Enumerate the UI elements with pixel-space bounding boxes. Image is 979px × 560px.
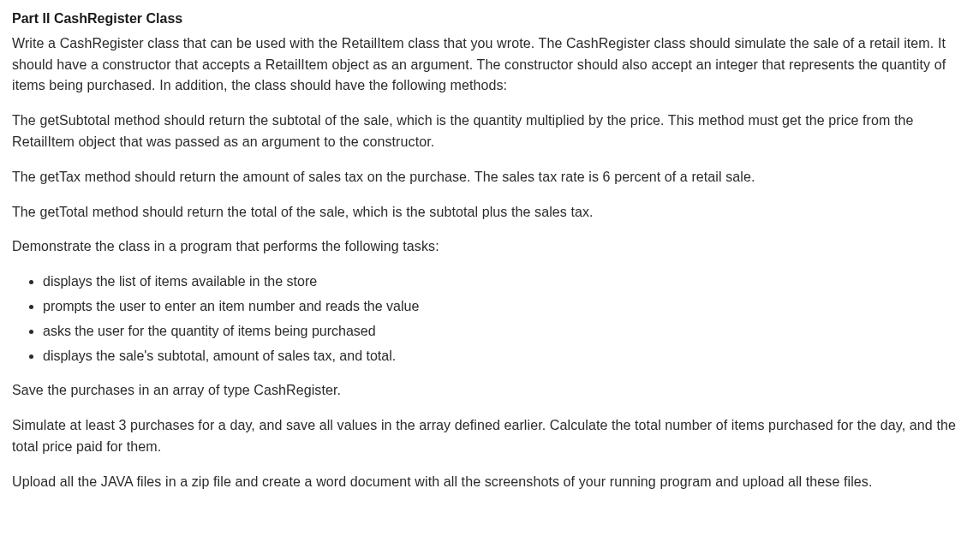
paragraph-gettotal: The getTotal method should return the to…: [12, 202, 967, 223]
paragraph-demo-intro: Demonstrate the class in a program that …: [12, 236, 967, 258]
paragraph-upload: Upload all the JAVA files in a zip file …: [12, 472, 967, 493]
list-item: asks the user for the quantity of items …: [43, 321, 967, 343]
paragraph-save-array: Save the purchases in an array of type C…: [12, 380, 967, 402]
section-heading: Part II CashRegister Class: [12, 9, 967, 30]
paragraph-intro: Write a CashRegister class that can be u…: [12, 33, 967, 97]
list-item: prompts the user to enter an item number…: [43, 296, 967, 318]
paragraph-getsubtotal: The getSubtotal method should return the…: [12, 110, 967, 153]
task-list: displays the list of items available in …: [12, 271, 967, 366]
paragraph-gettax: The getTax method should return the amou…: [12, 167, 967, 188]
paragraph-simulate: Simulate at least 3 purchases for a day,…: [12, 415, 967, 458]
list-item: displays the sale's subtotal, amount of …: [43, 346, 967, 367]
list-item: displays the list of items available in …: [43, 271, 967, 293]
